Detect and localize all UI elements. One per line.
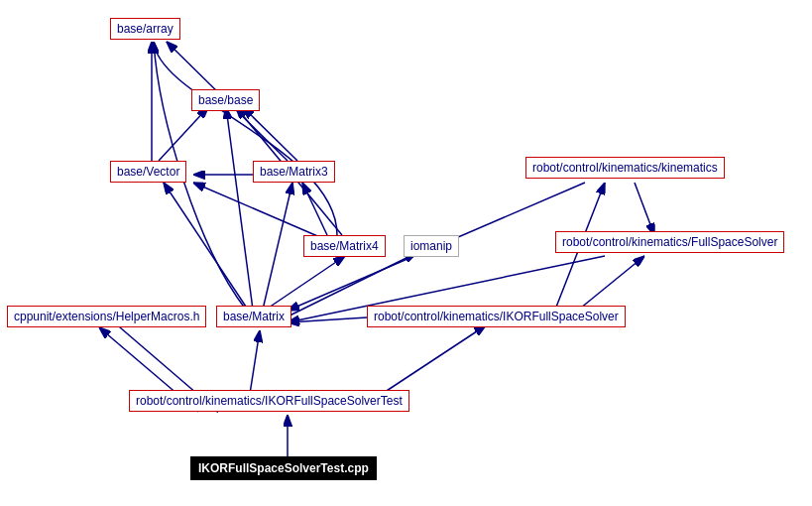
node-robot-kinematics: robot/control/kinematics/kinematics (525, 157, 725, 179)
node-label-base-array: base/array (117, 22, 174, 36)
node-label-robot-ikor-fullspace: robot/control/kinematics/IKORFullSpaceSo… (374, 310, 619, 323)
arrow-matrix4-vector (193, 183, 322, 238)
node-cppunit: cppunit/extensions/HelperMacros.h (7, 306, 206, 327)
node-ikor-cpp: IKORFullSpaceSolverTest.cpp (190, 456, 377, 480)
node-base-matrix3: base/Matrix3 (253, 161, 335, 183)
node-base-vector: base/Vector (110, 161, 186, 183)
node-label-base-matrix: base/Matrix (223, 310, 285, 323)
node-label-base-matrix4: base/Matrix4 (310, 239, 379, 253)
node-base-base: base/base (191, 89, 260, 111)
node-label-base-matrix3: base/Matrix3 (260, 165, 328, 179)
node-label-ikor-test: robot/control/kinematics/IKORFullSpaceSo… (136, 394, 403, 408)
node-robot-ikor-fullspace: robot/control/kinematics/IKORFullSpaceSo… (367, 306, 626, 327)
arrow-basematrix-matrix3 (263, 183, 292, 310)
arrow-matrix4-matrix3 (302, 183, 327, 235)
node-label-ikor-cpp: IKORFullSpaceSolverTest.cpp (198, 461, 369, 475)
node-label-cppunit: cppunit/extensions/HelperMacros.h (14, 310, 199, 323)
arrow-basematrix-vector (164, 183, 248, 310)
arrow-matrix3-base (243, 107, 297, 161)
node-base-matrix4: base/Matrix4 (303, 235, 386, 257)
node-label-iomanip: iomanip (410, 239, 452, 253)
arrow-vector-base (159, 107, 208, 161)
node-base-matrix: base/Matrix (216, 306, 291, 327)
arrow-ikor-fullspace (575, 256, 644, 313)
node-iomanip: iomanip (404, 235, 459, 257)
node-label-base-base: base/base (198, 93, 253, 107)
node-robot-fullspace-solver: robot/control/kinematics/FullSpaceSolver (555, 231, 784, 253)
node-label-robot-kinematics: robot/control/kinematics/kinematics (532, 161, 718, 175)
arrow-ikortest-basematrix (250, 330, 260, 394)
node-ikor-test: robot/control/kinematics/IKORFullSpaceSo… (129, 390, 409, 412)
node-base-array: base/array (110, 18, 180, 40)
arrow-kinematics-fullspace (635, 183, 654, 235)
arrow-basematrix-base (226, 107, 253, 310)
arrow-basematrix-matrix4 (266, 256, 345, 310)
arrow-matrix4-array (154, 42, 337, 235)
node-label-base-vector: base/Vector (117, 165, 179, 179)
node-label-robot-fullspace-solver: robot/control/kinematics/FullSpaceSolver (562, 235, 777, 249)
